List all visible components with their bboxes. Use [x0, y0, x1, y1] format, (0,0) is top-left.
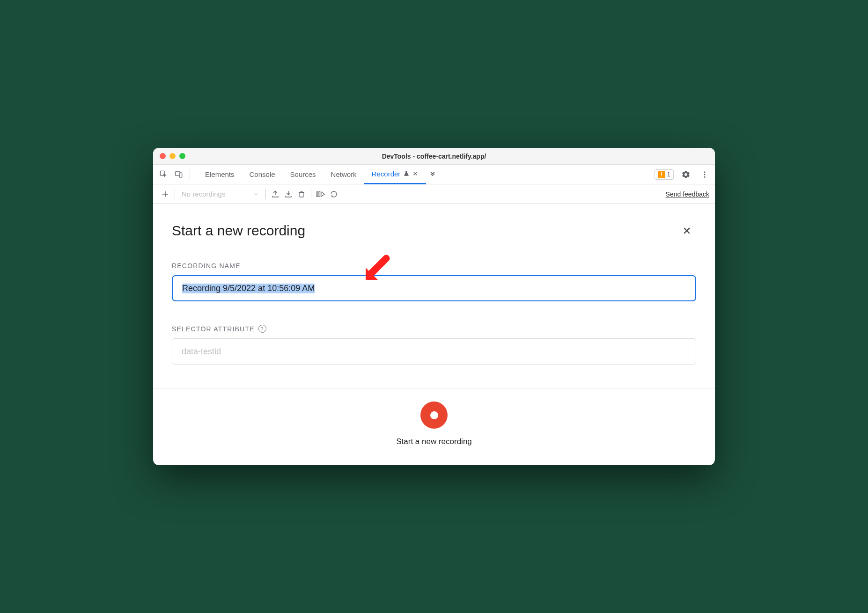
record-button-label: Start a new recording	[396, 437, 472, 446]
bottom-bar: Start a new recording	[153, 388, 715, 465]
toolbar-divider	[311, 189, 311, 199]
replay-icon[interactable]	[327, 188, 340, 201]
tab-recorder-label: Recorder	[372, 170, 401, 178]
warnings-count: 1	[667, 171, 670, 178]
tab-network[interactable]: Network	[324, 165, 364, 184]
warnings-badge[interactable]: ! 1	[655, 169, 674, 180]
recordings-dropdown-label: No recordings	[182, 190, 225, 198]
tab-close-icon[interactable]	[412, 171, 419, 177]
toolbar-divider	[265, 189, 266, 199]
recordings-dropdown[interactable]: No recordings	[178, 190, 263, 198]
recording-name-label: RECORDING NAME	[172, 262, 696, 270]
svg-point-5	[704, 176, 706, 177]
recording-name-input[interactable]	[172, 275, 696, 301]
close-panel-icon[interactable]	[682, 226, 696, 235]
toolbar-divider	[175, 189, 175, 199]
export-icon[interactable]	[269, 188, 282, 201]
window-title: DevTools - coffee-cart.netlify.app/	[153, 153, 715, 160]
device-toggle-icon[interactable]	[172, 168, 185, 181]
help-icon[interactable]: ?	[258, 325, 266, 333]
tabbar-right: ! 1	[655, 168, 711, 181]
step-play-icon[interactable]	[314, 188, 327, 201]
page-title: Start a new recording	[172, 223, 305, 239]
svg-rect-2	[179, 173, 182, 177]
inspect-element-icon[interactable]	[157, 168, 170, 181]
svg-rect-6	[317, 191, 318, 197]
tabbar: Elements Console Sources Network Recorde…	[153, 165, 715, 184]
tabbar-left-tools	[157, 168, 193, 181]
record-icon	[430, 411, 438, 419]
svg-point-3	[704, 171, 706, 173]
titlebar: DevTools - coffee-cart.netlify.app/	[153, 148, 715, 165]
send-feedback-link[interactable]: Send feedback	[666, 190, 709, 198]
tabbar-divider	[190, 169, 190, 180]
add-recording-icon[interactable]	[159, 188, 172, 201]
settings-icon[interactable]	[679, 168, 692, 181]
tabs: Elements Console Sources Network Recorde…	[198, 165, 439, 184]
tab-sources[interactable]: Sources	[283, 165, 324, 184]
record-button[interactable]	[420, 401, 448, 429]
import-icon[interactable]	[282, 188, 295, 201]
chevron-down-icon	[253, 191, 259, 197]
recording-name-field: RECORDING NAME	[172, 262, 696, 301]
selector-attribute-field: SELECTOR ATTRIBUTE ?	[172, 325, 696, 365]
tab-recorder[interactable]: Recorder	[364, 165, 427, 184]
selector-attribute-label: SELECTOR ATTRIBUTE ?	[172, 325, 696, 333]
tab-elements[interactable]: Elements	[198, 165, 242, 184]
more-tabs-icon[interactable]	[426, 168, 439, 181]
warning-icon: !	[658, 171, 665, 178]
more-menu-icon[interactable]	[698, 168, 711, 181]
flask-icon	[403, 170, 410, 177]
svg-rect-7	[319, 191, 320, 197]
selector-attribute-input[interactable]	[172, 338, 696, 365]
delete-icon[interactable]	[295, 188, 308, 201]
tab-console[interactable]: Console	[242, 165, 283, 184]
recorder-toolbar: No recordings	[153, 184, 715, 204]
svg-point-4	[704, 174, 706, 175]
main-panel: Start a new recording RECORDING NAME SEL…	[153, 204, 715, 365]
devtools-window: DevTools - coffee-cart.netlify.app/ Elem…	[153, 148, 715, 465]
